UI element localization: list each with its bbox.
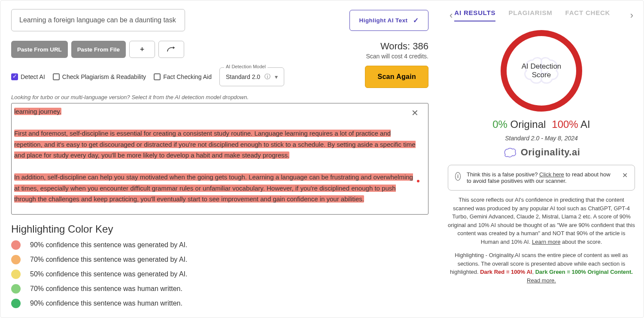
highlighting-description: Highlighting - Originality.AI scans the … xyxy=(448,251,635,285)
paste-group: Paste From URL Paste From File + xyxy=(11,41,184,58)
tab-plagiarism[interactable]: PLAGIARISM xyxy=(508,9,552,21)
read-more-link[interactable]: Read more. xyxy=(527,277,556,284)
content-editor[interactable]: learning journey. First and foremost, se… xyxy=(12,103,428,214)
info-icon: ⓘ xyxy=(264,73,270,81)
color-dot xyxy=(11,284,21,294)
color-key-item: 50% confidence this sentence was generat… xyxy=(11,270,428,279)
model-hint: Looking for turbo or our multi-language … xyxy=(11,94,428,100)
detect-ai-label: Detect AI xyxy=(21,73,45,80)
checkbox-icon xyxy=(11,73,18,80)
brand: Originality.ai xyxy=(448,147,635,158)
share-icon xyxy=(167,46,176,52)
comma: , xyxy=(532,269,535,275)
results-panel: ‹ AI RESULTS PLAGIARISM FACT CHECK › AI … xyxy=(439,0,644,318)
score-title-2: Score xyxy=(532,71,551,79)
checkbox-group: Detect AI Check Plagiarism & Readability… xyxy=(11,67,284,86)
color-dot xyxy=(11,255,21,264)
color-key-list: 90% confidence this sentence was generat… xyxy=(11,240,428,308)
scan-meta: Standard 2.0 - May 8, 2024 xyxy=(448,135,635,142)
checkbox-icon xyxy=(53,73,60,80)
chevron-left-icon[interactable]: ‹ xyxy=(448,10,454,21)
color-key-label: 50% confidence this sentence was generat… xyxy=(30,270,187,278)
color-key-item: 90% confidence this sentence was generat… xyxy=(11,240,428,250)
score-description: This score reflects our AI's confidence … xyxy=(448,196,635,246)
credit-cost: Scan will cost 4 credits. xyxy=(366,53,429,60)
editor-wrap: ✕ learning journey. First and foremost, … xyxy=(11,103,428,215)
color-key-label: 90% confidence this sentence was generat… xyxy=(30,241,187,249)
highlighted-text: In addition, self-discipline can help yo… xyxy=(14,173,413,203)
brand-icon xyxy=(503,147,517,157)
cost-info: Words: 386 Scan will cost 4 credits. xyxy=(366,41,429,60)
info-icon: i xyxy=(455,172,461,181)
close-icon[interactable]: ✕ xyxy=(411,108,419,118)
ai-pct: 100% xyxy=(552,118,578,130)
alert-text: Think this is a false positive? Click he… xyxy=(467,171,616,184)
close-icon[interactable]: ✕ xyxy=(622,171,628,179)
plagiarism-label: Check Plagiarism & Readability xyxy=(62,73,146,80)
color-key-item: 90% confidence this sentence was human w… xyxy=(11,299,428,308)
results-tabs: ‹ AI RESULTS PLAGIARISM FACT CHECK › xyxy=(448,9,635,21)
chevron-down-icon: ▾ xyxy=(275,73,278,80)
fact-checkbox[interactable]: Fact Checking Aid xyxy=(154,73,212,80)
desc-text: This score reflects our AI's confidence … xyxy=(448,197,635,245)
tab-fact-check[interactable]: FACT CHECK xyxy=(565,9,611,21)
title-input[interactable] xyxy=(11,9,185,31)
scan-again-button[interactable]: Scan Again xyxy=(365,66,428,88)
color-key-item: 70% confidence this sentence was human w… xyxy=(11,284,428,294)
model-value: Standard 2.0 xyxy=(226,73,260,80)
left-panel: Highlight AI Text ✓ Paste From URL Paste… xyxy=(0,0,439,318)
false-positive-alert: i Think this is a false positive? Click … xyxy=(448,165,635,191)
detect-ai-checkbox[interactable]: Detect AI xyxy=(11,73,45,80)
chevron-right-icon[interactable]: › xyxy=(629,10,635,21)
checkbox-icon xyxy=(154,73,161,80)
original-label: Original xyxy=(510,118,546,130)
alert-link[interactable]: Click here xyxy=(539,171,564,178)
color-key-label: 70% confidence this sentence was generat… xyxy=(30,256,187,263)
highlight-label: Highlight AI Text xyxy=(359,17,408,24)
alert-pre: Think this is a false positive? xyxy=(467,171,539,178)
options-row: Detect AI Check Plagiarism & Readability… xyxy=(11,66,428,88)
dark-green-label: Dark Green = 100% Original Content. xyxy=(535,269,633,275)
score-row: 0% Original 100% AI xyxy=(448,118,635,130)
desc-tail: about the score. xyxy=(560,239,602,245)
tabs-inner: AI RESULTS PLAGIARISM FACT CHECK xyxy=(454,9,628,21)
learn-more-link[interactable]: Learn more xyxy=(532,239,560,245)
original-pct: 0% xyxy=(492,118,507,130)
color-key-item: 70% confidence this sentence was generat… xyxy=(11,255,428,264)
highlighted-text: First and foremost, self-discipline is e… xyxy=(14,130,416,159)
highlighted-text: learning journey. xyxy=(14,108,61,115)
paste-url-button[interactable]: Paste From URL xyxy=(11,41,68,58)
dark-red-label: Dark Red = 100% AI xyxy=(480,269,532,275)
plagiarism-checkbox[interactable]: Check Plagiarism & Readability xyxy=(53,73,146,80)
highlight-ai-text-button[interactable]: Highlight AI Text ✓ xyxy=(349,10,428,31)
color-key-label: 90% confidence this sentence was human w… xyxy=(30,300,182,307)
marker-dot xyxy=(417,180,419,182)
score-title-1: AI Detection xyxy=(522,62,562,71)
tab-ai-results[interactable]: AI RESULTS xyxy=(454,9,495,21)
color-dot xyxy=(11,299,21,308)
score-circle: AI Detection Score xyxy=(501,30,582,112)
color-key-title: Highlighting Color Key xyxy=(11,223,428,235)
add-button[interactable]: + xyxy=(129,41,155,58)
plus-icon: + xyxy=(140,45,145,54)
color-key-label: 70% confidence this sentence was human w… xyxy=(30,285,182,293)
fact-label: Fact Checking Aid xyxy=(163,73,212,80)
title-row: Highlight AI Text ✓ xyxy=(11,9,428,31)
brand-label: Originality.ai xyxy=(521,147,580,158)
word-count: Words: 386 xyxy=(366,41,429,52)
share-button[interactable] xyxy=(158,41,184,58)
model-select-label: AI Detection Model xyxy=(224,64,267,69)
ai-label: AI xyxy=(580,118,590,130)
app-root: Highlight AI Text ✓ Paste From URL Paste… xyxy=(0,0,644,318)
toolbar-row: Paste From URL Paste From File + Words: … xyxy=(11,41,428,60)
model-select[interactable]: AI Detection Model Standard 2.0 ⓘ ▾ xyxy=(219,67,284,86)
color-dot xyxy=(11,240,21,250)
color-dot xyxy=(11,270,21,279)
check-icon: ✓ xyxy=(413,16,419,24)
paste-file-button[interactable]: Paste From File xyxy=(71,41,126,58)
